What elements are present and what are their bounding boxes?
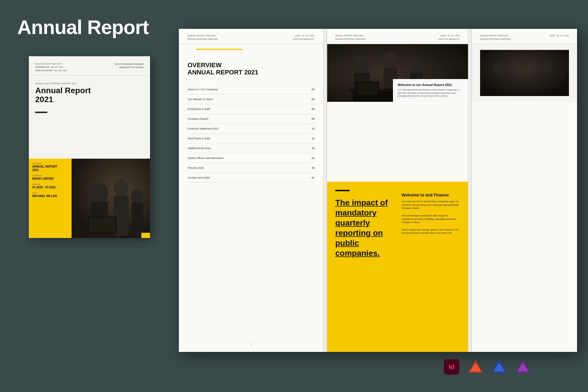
middle-body-text-1: U.S. retail sales fell for the first tim… bbox=[402, 200, 460, 210]
spread-yellow-accent-line bbox=[196, 49, 242, 50]
right-template-label: ANNUAL REPORT TEMPLATE bbox=[480, 34, 510, 37]
svg-point-14 bbox=[410, 58, 423, 73]
middle-black-accent bbox=[335, 190, 350, 191]
template-label: ANNUAL REPORT TEMPLATE bbox=[35, 63, 67, 65]
middle-welcome-section: Welcome to and Finance U.S. retail sales… bbox=[402, 190, 460, 344]
content-value: ANNUAL REPORT 2021 bbox=[32, 165, 68, 172]
right-page-photo-area bbox=[472, 44, 577, 102]
svg-marker-27 bbox=[493, 363, 505, 372]
toc-label: Our Mission & Vision bbox=[188, 97, 213, 101]
toc-page-number: 10 bbox=[312, 127, 314, 130]
toc-page-number: 30 bbox=[312, 166, 314, 169]
toc-row: Employees & Staff 06 bbox=[188, 104, 314, 114]
page-title: Annual Report bbox=[17, 16, 149, 38]
spread-right-header-right: DATE : 01 / 07 / 2021 bbox=[550, 34, 569, 41]
toc-label: Hard Facts & Data bbox=[188, 137, 210, 140]
svg-marker-29 bbox=[517, 363, 529, 372]
affinity-photo-icon bbox=[492, 359, 507, 374]
content-label: CONTENT bbox=[32, 163, 68, 164]
spread-date: DATE : 01 / 07 / 2021 bbox=[293, 34, 314, 37]
ceo-value: MICHAEL MILLER bbox=[32, 194, 68, 198]
overview-line1: OVERVIEW bbox=[188, 61, 314, 69]
toc-page-number: 12 bbox=[312, 137, 314, 140]
svg-point-3 bbox=[113, 179, 128, 196]
spread-company: EGOTYPE MEDIA LTD. bbox=[293, 37, 314, 41]
toc-label: Contact and Order bbox=[188, 176, 210, 179]
svg-point-21 bbox=[493, 61, 505, 75]
toc-row: Contact and Order 31 bbox=[188, 173, 314, 183]
middle-photo-top: Welcome to our Annual Report 2021 U.S. r… bbox=[327, 44, 468, 102]
toc-row: Our Mission & Vision 04 bbox=[188, 94, 314, 104]
middle-welcome-title: Welcome to and Finance bbox=[402, 193, 460, 197]
spread-right-page: ANNUAL REPORT TEMPLATE DESIGN PROPOSAL T… bbox=[471, 29, 577, 352]
welcome-box: Welcome to our Annual Report 2021 U.S. r… bbox=[393, 79, 468, 102]
cover-header-left: ANNUAL REPORT TEMPLATE CREATED ON : 01 /… bbox=[35, 63, 67, 72]
svg-point-23 bbox=[542, 60, 552, 72]
book-spine-2 bbox=[468, 29, 471, 352]
toc-label: Financial Statement 2021 bbox=[188, 127, 219, 130]
ceo-label: CEO bbox=[32, 192, 68, 194]
middle-impact-text: The impact of mandatory quarterly report… bbox=[335, 198, 394, 258]
toc-label: Additional Services bbox=[188, 147, 211, 150]
right-design-label: DESIGN PROPOSAL TEMPLATE bbox=[480, 37, 510, 41]
cover-lower: CONTENT ANNUAL REPORT 2021 COMPANY MONO … bbox=[29, 159, 150, 238]
period-label: PERIOD bbox=[32, 183, 68, 185]
spread-right-header-left: ANNUAL REPORT TEMPLATE DESIGN PROPOSAL T… bbox=[480, 34, 510, 41]
toc-table: About us / Our Company 02 Our Mission & … bbox=[179, 82, 323, 185]
middle-date: DATE : 01 / 07 / 2021 bbox=[439, 34, 460, 37]
spread-left-header-left: ANNUAL REPORT TEMPLATE DESIGN PROPOSAL T… bbox=[188, 34, 218, 41]
cover-photo-overlay bbox=[72, 159, 150, 238]
toc-label: Employees & Staff bbox=[188, 107, 210, 110]
toc-page-number: 31 bbox=[312, 176, 314, 179]
booklet-cover: ANNUAL REPORT TEMPLATE CREATED ON : 01 /… bbox=[29, 56, 150, 238]
toc-label: About us / Our Company bbox=[188, 88, 218, 91]
created-label: CREATED ON : 01 / 07 / 021 bbox=[35, 65, 67, 69]
svg-point-10 bbox=[353, 55, 370, 74]
cover-yellow-small bbox=[141, 233, 150, 238]
svg-point-12 bbox=[383, 52, 397, 68]
middle-company: EGOTYPE MEDIA LTD. bbox=[439, 37, 460, 41]
middle-yellow-lower: The impact of mandatory quarterly report… bbox=[327, 182, 468, 352]
cover-header: ANNUAL REPORT TEMPLATE CREATED ON : 01 /… bbox=[29, 56, 150, 76]
spread-middle-page: ANNUAL REPORT TEMPLATE DESIGN PROPOSAL T… bbox=[327, 29, 468, 352]
company-value: MONO LIMITED bbox=[32, 177, 68, 181]
company-website: WWW.EGOTYPE.DESIGN bbox=[115, 66, 144, 69]
spread-page-number: 2 bbox=[250, 343, 252, 346]
svg-rect-20 bbox=[480, 50, 569, 96]
welcome-box-text: U.S. retail sales fell for the first tim… bbox=[398, 89, 463, 98]
company-label: COMPANY bbox=[32, 175, 68, 177]
indesign-icon: Id bbox=[444, 359, 459, 375]
spread-middle-header: ANNUAL REPORT TEMPLATE DESIGN PROPOSAL T… bbox=[327, 29, 468, 44]
middle-template-label: ANNUAL REPORT TEMPLATE bbox=[335, 34, 366, 37]
spread-left-header-right: DATE : 01 / 07 / 2021 EGOTYPE MEDIA LTD. bbox=[293, 34, 314, 41]
middle-design-label: DESIGN PROPOSAL TEMPLATE bbox=[335, 37, 366, 41]
toc-page-number: 04 bbox=[312, 98, 314, 101]
expiry-label: DATE OF EXPIRY : 01 / 04 / 021 bbox=[35, 69, 67, 72]
middle-body-text-2: The Commercial Durable goods sales dropp… bbox=[402, 214, 460, 224]
spread-design-label: DESIGN PROPOSAL TEMPLATE bbox=[188, 37, 218, 41]
toc-page-number: 06 bbox=[312, 108, 314, 110]
toc-row: About us / Our Company 02 bbox=[188, 85, 314, 94]
toc-page-number: 02 bbox=[312, 88, 314, 91]
toc-page-number: 18 bbox=[312, 147, 314, 150]
cover-body: ANNUAL AND COMPANY REPORT 2021 Annual Re… bbox=[29, 77, 150, 112]
book-spread: ANNUAL REPORT TEMPLATE DESIGN PROPOSAL T… bbox=[179, 29, 577, 352]
middle-impact-section: The impact of mandatory quarterly report… bbox=[335, 190, 394, 344]
spread-middle-header-left: ANNUAL REPORT TEMPLATE DESIGN PROPOSAL T… bbox=[335, 34, 366, 41]
svg-marker-25 bbox=[470, 363, 481, 372]
svg-point-1 bbox=[91, 183, 108, 204]
cover-photo bbox=[72, 159, 150, 238]
book-spine bbox=[323, 29, 327, 352]
toc-row: Hard Facts & Data 12 bbox=[188, 134, 314, 143]
svg-rect-19 bbox=[357, 83, 377, 95]
toc-page-number: 24 bbox=[312, 157, 314, 160]
toc-label: Preview 2020 bbox=[188, 166, 204, 169]
affinity-designer-icon bbox=[515, 359, 530, 374]
spread-left-header: ANNUAL REPORT TEMPLATE DESIGN PROPOSAL T… bbox=[179, 29, 323, 44]
toc-page-number: 08 bbox=[312, 117, 314, 120]
middle-body-text-3: Data for August was stronger, gaining 0.… bbox=[402, 228, 460, 235]
toc-row: Additional Services 18 bbox=[188, 143, 314, 153]
toc-row: Financial Statement 2021 10 bbox=[188, 124, 314, 134]
report-title: Annual Report 2021 bbox=[35, 86, 144, 104]
indesign-label: Id bbox=[449, 363, 454, 371]
